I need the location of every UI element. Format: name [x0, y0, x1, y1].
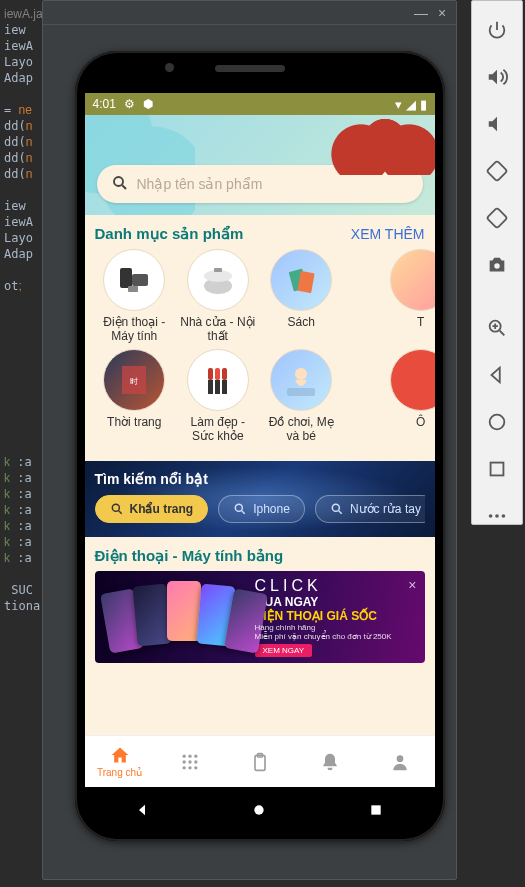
nav-orders[interactable] [225, 736, 295, 787]
svg-rect-1 [487, 208, 508, 229]
power-icon[interactable] [486, 19, 508, 44]
nav-home[interactable]: Trang chủ [85, 736, 155, 787]
svg-point-32 [182, 754, 185, 757]
banner-text: CLICK MUA NGAY ĐIỆN THOẠI GIÁ SỐC Hàng c… [255, 577, 425, 657]
svg-point-29 [236, 504, 243, 511]
svg-rect-27 [287, 388, 315, 396]
hexagon-icon: ⬢ [143, 97, 153, 111]
categories-title: Danh mục sản phẩm [95, 225, 244, 243]
sys-back-icon[interactable] [135, 802, 151, 821]
back-icon[interactable] [486, 364, 508, 389]
category-beauty[interactable]: Làm đẹp - Sức khỏe [178, 349, 258, 443]
svg-point-38 [182, 766, 185, 769]
trending-chips[interactable]: Khẩu trang Iphone Nước rửa tay Ja [95, 495, 425, 523]
android-system-nav [85, 791, 435, 831]
home-icon[interactable] [486, 411, 508, 436]
sys-home-icon[interactable] [251, 802, 267, 821]
svg-point-33 [188, 754, 191, 757]
category-label: Ô [416, 415, 425, 429]
see-more-link[interactable]: XEM THÊM [351, 226, 425, 242]
svg-point-44 [255, 805, 264, 814]
status-time: 4:01 [93, 97, 116, 111]
svg-point-2 [494, 263, 500, 269]
category-label: Thời trang [107, 415, 161, 429]
svg-rect-20 [208, 380, 213, 394]
gear-icon: ⚙ [124, 97, 135, 111]
trending-title: Tìm kiếm nổi bật [95, 471, 425, 487]
sys-recent-icon[interactable] [368, 802, 384, 821]
banner-line1: CLICK [255, 577, 417, 595]
svg-rect-24 [222, 380, 227, 394]
category-phone[interactable]: Điện thoại - Máy tính [95, 249, 175, 343]
svg-point-7 [495, 514, 499, 518]
phone-speaker-notch [215, 65, 285, 72]
category-label: Nhà cửa - Nội thất [178, 315, 258, 343]
emulator-window: — × 4:01 ⚙ ⬢ ▾ ◢ ▮ [42, 0, 457, 880]
bottom-nav: Trang chủ [85, 735, 435, 787]
chip-khau-trang[interactable]: Khẩu trang [95, 495, 209, 523]
svg-rect-5 [491, 463, 504, 476]
wifi-icon: ▾ [395, 97, 402, 112]
category-fashion[interactable]: 时 Thời trang [95, 349, 175, 443]
category-toys[interactable]: Đồ chơi, Mẹ và bé [262, 349, 342, 443]
nav-profile[interactable] [365, 736, 435, 787]
categories-section: Danh mục sản phẩm XEM THÊM Điện thoại - … [85, 215, 435, 455]
volume-down-icon[interactable] [486, 113, 508, 138]
zoom-icon[interactable] [486, 317, 508, 342]
svg-point-37 [194, 760, 197, 763]
svg-point-43 [396, 755, 403, 762]
minimize-button[interactable]: — [414, 5, 426, 21]
svg-point-4 [490, 415, 505, 430]
more-icon[interactable] [486, 505, 508, 530]
trending-section: Tìm kiếm nổi bật Khẩu trang Iphone Nước … [85, 461, 435, 537]
banner-line3: ĐIỆN THOẠI GIÁ SỐC [255, 609, 417, 623]
close-icon[interactable]: × [408, 577, 416, 593]
close-button[interactable]: × [436, 5, 448, 21]
category-home[interactable]: Nhà cửa - Nội thất [178, 249, 258, 343]
hero-banner [85, 115, 435, 215]
nav-notifications[interactable] [295, 736, 365, 787]
svg-point-9 [114, 177, 123, 186]
recent-icon[interactable] [486, 458, 508, 483]
chip-label: Khẩu trang [130, 502, 194, 516]
rotate-left-icon[interactable] [486, 160, 508, 185]
nav-categories[interactable] [155, 736, 225, 787]
svg-point-28 [112, 504, 119, 511]
svg-point-36 [188, 760, 191, 763]
promo-banner[interactable]: × CLICK MUA NGAY ĐIỆN THOẠI GIÁ SỐC Hàng… [95, 571, 425, 663]
banner-line5: Miễn phí vận chuyển cho đơn từ 250K [255, 632, 417, 641]
volume-up-icon[interactable] [486, 66, 508, 91]
banner-cta[interactable]: XEM NGAY [255, 644, 313, 657]
category-label: T [417, 315, 424, 329]
category-partial-1[interactable]: T [345, 249, 425, 343]
chip-iphone[interactable]: Iphone [218, 495, 305, 523]
chip-label: Nước rửa tay [350, 502, 421, 516]
category-partial-2[interactable]: Ô [345, 349, 425, 443]
banner-line4: Hàng chính hãng [255, 623, 417, 632]
svg-point-8 [502, 514, 506, 518]
svg-text:时: 时 [130, 377, 138, 386]
category-label: Đồ chơi, Mẹ và bé [262, 415, 342, 443]
phone-camera-dot [165, 63, 174, 72]
category-books[interactable]: Sách [262, 249, 342, 343]
chip-label: Iphone [253, 502, 290, 516]
battery-icon: ▮ [420, 97, 427, 112]
svg-rect-15 [214, 268, 222, 272]
svg-rect-10 [120, 268, 132, 288]
svg-rect-25 [222, 368, 227, 380]
rotate-right-icon[interactable] [486, 207, 508, 232]
svg-point-34 [194, 754, 197, 757]
svg-rect-45 [371, 805, 380, 814]
search-input[interactable] [137, 176, 409, 192]
emulator-side-toolbar [471, 0, 523, 525]
svg-rect-0 [487, 161, 508, 182]
search-box[interactable] [97, 165, 423, 203]
svg-point-26 [295, 368, 307, 380]
svg-rect-22 [215, 380, 220, 394]
camera-icon[interactable] [486, 254, 508, 279]
svg-rect-21 [208, 368, 213, 380]
banner-line2: MUA NGAY [255, 595, 417, 609]
chip-nuoc-rua-tay[interactable]: Nước rửa tay [315, 495, 425, 523]
phones-section: Điện thoại - Máy tính bảng × CLICK MUA N… [85, 537, 435, 663]
phone-screen: 4:01 ⚙ ⬢ ▾ ◢ ▮ Danh [85, 93, 435, 787]
